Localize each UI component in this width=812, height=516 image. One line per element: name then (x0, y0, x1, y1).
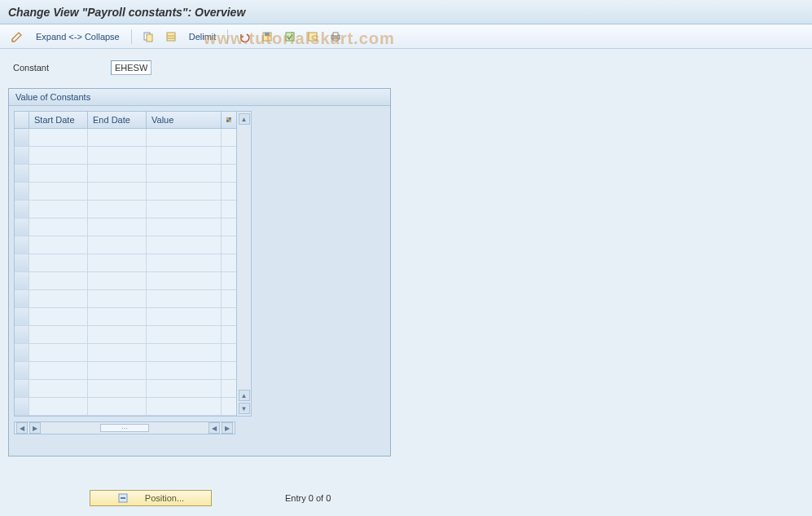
cell-value[interactable] (147, 129, 222, 146)
cell-start-date[interactable] (29, 380, 88, 397)
scroll-left-button-2[interactable]: ▶ (29, 422, 41, 434)
cell-start-date[interactable] (29, 201, 88, 218)
cell-value[interactable] (147, 344, 222, 361)
cell-value[interactable] (147, 183, 222, 200)
cell-start-date[interactable] (29, 308, 88, 325)
expand-collapse-button[interactable]: Expand <-> Collapse (31, 30, 125, 43)
cell-end-date[interactable] (88, 218, 147, 236)
table-row[interactable] (15, 362, 236, 380)
cell-end-date[interactable] (88, 362, 147, 379)
constant-input[interactable] (111, 60, 151, 75)
row-selector[interactable] (15, 272, 29, 289)
scroll-thumb[interactable] (100, 424, 149, 432)
cell-value[interactable] (147, 165, 222, 182)
row-selector[interactable] (15, 362, 29, 379)
cell-end-date[interactable] (88, 147, 147, 164)
cell-value[interactable] (147, 218, 222, 236)
table-row[interactable] (15, 380, 236, 398)
scroll-right-button-2[interactable]: ▶ (222, 422, 233, 434)
table-row[interactable] (15, 254, 236, 272)
row-selector[interactable] (15, 236, 29, 254)
table-row[interactable] (15, 326, 236, 344)
cell-value[interactable] (147, 362, 222, 379)
col-start-date[interactable]: Start Date (29, 112, 88, 128)
row-selector[interactable] (15, 380, 29, 397)
cell-end-date[interactable] (88, 308, 147, 325)
row-selector[interactable] (15, 147, 29, 164)
cell-value[interactable] (147, 290, 222, 307)
col-value[interactable]: Value (147, 112, 222, 128)
cell-end-date[interactable] (88, 183, 147, 200)
vertical-scrollbar[interactable]: ▲ ▲ ▼ (237, 111, 252, 417)
scroll-down-button-2[interactable]: ▼ (239, 403, 250, 414)
select-button[interactable] (280, 28, 300, 46)
deselect-button[interactable] (303, 28, 323, 46)
scroll-left-button[interactable]: ◀ (16, 422, 28, 434)
row-selector[interactable] (15, 183, 29, 200)
table-row[interactable] (15, 218, 236, 236)
scroll-right-button[interactable]: ◀ (208, 422, 220, 434)
cell-end-date[interactable] (88, 165, 147, 182)
cell-start-date[interactable] (29, 218, 88, 236)
table-row[interactable] (15, 201, 236, 218)
cell-value[interactable] (147, 236, 222, 254)
row-selector[interactable] (15, 398, 29, 415)
cell-end-date[interactable] (88, 129, 147, 146)
cell-start-date[interactable] (29, 129, 88, 146)
table-row[interactable] (15, 290, 236, 308)
table-row[interactable] (15, 272, 236, 290)
cell-value[interactable] (147, 254, 222, 271)
copy-button[interactable] (138, 28, 158, 46)
row-selector[interactable] (15, 254, 29, 271)
cell-end-date[interactable] (88, 344, 147, 361)
row-selector[interactable] (15, 218, 29, 236)
delimit-button[interactable]: Delimit (184, 30, 222, 43)
cell-start-date[interactable] (29, 362, 88, 379)
cell-value[interactable] (147, 380, 222, 397)
cell-start-date[interactable] (29, 344, 88, 361)
cell-start-date[interactable] (29, 254, 88, 271)
cell-start-date[interactable] (29, 165, 88, 182)
cell-end-date[interactable] (88, 290, 147, 307)
row-selector-header[interactable] (15, 112, 29, 128)
cell-start-date[interactable] (29, 183, 88, 200)
cell-start-date[interactable] (29, 398, 88, 415)
row-selector[interactable] (15, 165, 29, 182)
table-row[interactable] (15, 165, 236, 183)
row-selector[interactable] (15, 326, 29, 343)
cell-start-date[interactable] (29, 272, 88, 289)
table-row[interactable] (15, 308, 236, 326)
cell-value[interactable] (147, 147, 222, 164)
cell-value[interactable] (147, 398, 222, 415)
table-config-button[interactable] (222, 112, 236, 128)
cell-value[interactable] (147, 308, 222, 325)
row-selector[interactable] (15, 129, 29, 146)
table-row[interactable] (15, 398, 236, 416)
toggle-display-button[interactable] (7, 28, 28, 46)
cell-end-date[interactable] (88, 380, 147, 397)
table-row[interactable] (15, 183, 236, 201)
row-selector[interactable] (15, 201, 29, 218)
cell-end-date[interactable] (88, 326, 147, 343)
save-button[interactable] (257, 28, 277, 46)
cell-start-date[interactable] (29, 290, 88, 307)
cell-value[interactable] (147, 201, 222, 218)
cell-end-date[interactable] (88, 201, 147, 218)
select-all-button[interactable] (161, 28, 181, 46)
cell-end-date[interactable] (88, 398, 147, 415)
cell-end-date[interactable] (88, 272, 147, 289)
undo-button[interactable] (235, 28, 254, 46)
cell-end-date[interactable] (88, 236, 147, 254)
cell-start-date[interactable] (29, 147, 88, 164)
cell-start-date[interactable] (29, 236, 88, 254)
row-selector[interactable] (15, 290, 29, 307)
horizontal-scrollbar[interactable]: ◀ ▶ ◀ ▶ (14, 421, 235, 434)
cell-start-date[interactable] (29, 326, 88, 343)
col-end-date[interactable]: End Date (88, 112, 147, 128)
row-selector[interactable] (15, 308, 29, 325)
print-button[interactable] (326, 28, 345, 46)
table-row[interactable] (15, 344, 236, 362)
scroll-down-button[interactable]: ▲ (239, 390, 250, 401)
scroll-up-button[interactable]: ▲ (239, 113, 250, 125)
cell-end-date[interactable] (88, 254, 147, 271)
